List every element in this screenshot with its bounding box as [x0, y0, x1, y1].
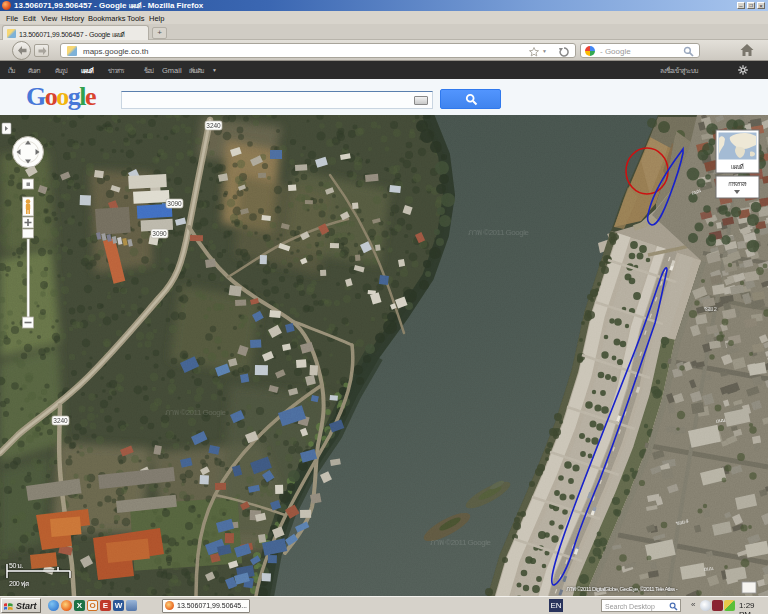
svg-text:ภาพ ©2011 DigitalGlobe, GeoEye: ภาพ ©2011 DigitalGlobe, GeoEye, ©2011 Te… — [566, 586, 678, 592]
svg-text:การจราจร: การจราจร — [728, 181, 747, 187]
svg-text:3240: 3240 — [206, 122, 221, 129]
svg-text:50 ม.: 50 ม. — [9, 562, 23, 569]
svg-text:3240: 3240 — [53, 417, 68, 424]
svg-text:200 ฟุต: 200 ฟุต — [9, 580, 30, 588]
svg-text:ภาพ ©2011 Google: ภาพ ©2011 Google — [430, 538, 491, 547]
svg-text:3090: 3090 — [152, 230, 167, 237]
svg-text:3090: 3090 — [167, 200, 182, 207]
svg-text:ภาพ ©2011 Google: ภาพ ©2011 Google — [468, 228, 529, 237]
svg-text:แผนที่: แผนที่ — [731, 163, 744, 170]
svg-text:ซอย 2: ซอย 2 — [704, 306, 717, 312]
svg-text:ภาพ ©2011 Google: ภาพ ©2011 Google — [165, 408, 226, 417]
svg-text:ถนน: ถนน — [703, 565, 714, 572]
